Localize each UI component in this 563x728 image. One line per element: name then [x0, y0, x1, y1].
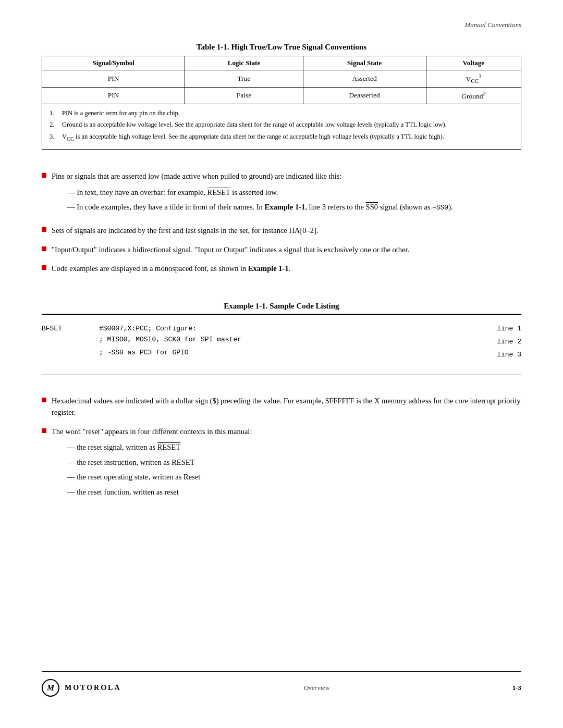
footnote-2-num: 2.	[50, 120, 59, 130]
table-caption-text: High True/Low True Signal Conventions	[229, 43, 367, 51]
code-instruction: ; ~SS0 as PC3 for GPIO	[99, 349, 189, 356]
footnote-1: 1. PIN is a generic term for any pin on …	[50, 108, 513, 118]
table-container: Table 1-1. High True/Low True Signal Con…	[42, 43, 521, 150]
bullet-icon	[42, 173, 46, 178]
motorola-logo-text: MOTOROLA	[65, 684, 121, 692]
code-keyword	[42, 336, 83, 343]
page-header: Manual Conventions	[42, 21, 521, 32]
table-row: PIN False Deasserted Ground2	[42, 88, 521, 104]
page-footer: M MOTOROLA Overview 1-3	[42, 671, 521, 697]
row1-signal: PIN	[42, 70, 185, 88]
bullet-content: Sets of signals are indicated by the fir…	[52, 225, 521, 236]
list-item: the reset function, written as reset	[67, 486, 521, 498]
footnote-3: 3. VCC is an acceptable high voltage lev…	[50, 132, 513, 143]
footnotes-cell: 1. PIN is a generic term for any pin on …	[42, 104, 521, 150]
footnotes-row: 1. PIN is a generic term for any pin on …	[42, 104, 521, 150]
bullet-content: Code examples are displayed in a monospa…	[52, 263, 521, 274]
bullet-icon	[42, 227, 46, 232]
dash-text: the reset function, written as reset	[77, 488, 179, 496]
bullet-content: Pins or signals that are asserted low (m…	[52, 170, 521, 217]
code-listing: BFSET #$0007,X:PCC; Configure: line 1 ; …	[42, 323, 521, 360]
example-ref: Example 1-1	[265, 203, 305, 211]
footer-page-number: 1-3	[512, 684, 521, 692]
list-item: Pins or signals that are asserted low (m…	[42, 170, 521, 217]
row2-signal: PIN	[42, 88, 185, 104]
col-logic-state: Logic State	[185, 56, 303, 70]
bullet-text: Code examples are displayed in a monospa…	[52, 264, 290, 273]
footnote-1-text: PIN is a generic term for any pin on the…	[62, 108, 180, 118]
motorola-logo-circle: M	[42, 679, 59, 697]
row1-voltage: VCC3	[426, 70, 521, 88]
footer-center-text: Overview	[304, 684, 330, 692]
list-item: Code examples are displayed in a monospa…	[42, 263, 521, 274]
footnote-3-text: VCC is an acceptable high voltage level.…	[62, 132, 444, 143]
code-row: ; MISO0, MOSI0, SCK0 for SPI master line…	[42, 334, 521, 347]
bullet-content: The word "reset" appears in four differe…	[52, 426, 521, 502]
code-instruction: #$0007,X:PCC; Configure:	[99, 325, 197, 332]
code-keyword: BFSET	[42, 325, 83, 332]
code-line-num: line 2	[497, 338, 521, 346]
page: Manual Conventions Table 1-1. High True/…	[0, 0, 563, 728]
code-instruction: ; MISO0, MOSI0, SCK0 for SPI master	[99, 336, 241, 343]
code-line-num: line 1	[497, 325, 521, 332]
list-item: The word "reset" appears in four differe…	[42, 426, 521, 502]
overline-reset: RESET	[207, 188, 230, 196]
bullet-list-2: Hexadecimal values are indicated with a …	[42, 395, 521, 509]
col-signal-state: Signal State	[303, 56, 426, 70]
row2-logic: False	[185, 88, 303, 104]
list-item: In code examples, they have a tilde in f…	[67, 201, 521, 213]
list-item: In text, they have an overbar: for examp…	[67, 187, 521, 198]
motorola-logo-letter: M	[47, 683, 54, 693]
code-row-left: ; ~SS0 as PC3 for GPIO	[42, 349, 189, 356]
row1-voltage-sup: 3	[479, 73, 481, 79]
footnote-2-text: Ground is an acceptable low voltage leve…	[62, 120, 447, 130]
table-header-row: Signal/Symbol Logic State Signal State V…	[42, 56, 521, 70]
col-signal-symbol: Signal/Symbol	[42, 56, 185, 70]
bullet-icon	[42, 265, 46, 270]
bullet-icon	[42, 428, 46, 433]
list-item: Hexadecimal values are indicated with a …	[42, 395, 521, 418]
overline-ss0: SS0	[366, 203, 378, 211]
list-item: the reset instruction, written as RESET	[67, 456, 521, 468]
footnote-2: 2. Ground is an acceptable low voltage l…	[50, 120, 513, 130]
bullet-text: Hexadecimal values are indicated with a …	[52, 397, 521, 416]
dash-text: the reset signal, written as RESET	[77, 443, 180, 451]
code-section: BFSET #$0007,X:PCC; Configure: line 1 ; …	[42, 323, 521, 375]
bullet-text: Sets of signals are indicated by the fir…	[52, 226, 318, 235]
signal-table: Signal/Symbol Logic State Signal State V…	[42, 56, 521, 150]
row2-voltage-sup: 2	[483, 91, 485, 96]
footnote-3-num: 3.	[50, 132, 59, 143]
row2-state: Deasserted	[303, 88, 426, 104]
list-item: Sets of signals are indicated by the fir…	[42, 225, 521, 236]
example-ref-2: Example 1-1	[248, 264, 289, 273]
bullet-text: "Input/Output" indicates a bidirectional…	[52, 245, 409, 254]
bullet-content: "Input/Output" indicates a bidirectional…	[52, 244, 521, 255]
example-heading: Example 1-1. Sample Code Listing	[42, 302, 521, 315]
dash-list-2: the reset signal, written as RESET the r…	[67, 441, 521, 498]
list-item: the reset operating state, written as Re…	[67, 471, 521, 483]
row1-logic: True	[185, 70, 303, 88]
dash-text: the reset operating state, written as Re…	[77, 473, 200, 481]
row1-state: Asserted	[303, 70, 426, 88]
list-item: the reset signal, written as RESET	[67, 441, 521, 453]
vcc-sub: CC	[67, 136, 74, 142]
bullet-icon	[42, 246, 46, 251]
code-tilde-ss0: ~SS0	[432, 204, 448, 212]
code-row: ; ~SS0 as PC3 for GPIO line 3	[42, 347, 521, 360]
dash-text: In code examples, they have a tilde in f…	[77, 203, 452, 211]
row1-voltage-sub: CC	[471, 78, 479, 84]
dash-text: In text, they have an overbar: for examp…	[77, 188, 278, 196]
code-keyword	[42, 349, 83, 356]
bullet-content: Hexadecimal values are indicated with a …	[52, 395, 521, 418]
bullet-icon	[42, 398, 46, 402]
dash-list: In text, they have an overbar: for examp…	[67, 187, 521, 214]
bullet-text: Pins or signals that are asserted low (m…	[52, 172, 341, 180]
col-voltage: Voltage	[426, 56, 521, 70]
code-row-left: ; MISO0, MOSI0, SCK0 for SPI master	[42, 336, 241, 343]
bullet-list-1: Pins or signals that are asserted low (m…	[42, 170, 521, 281]
list-item: "Input/Output" indicates a bidirectional…	[42, 244, 521, 255]
header-title: Manual Conventions	[464, 21, 521, 29]
table-caption: Table 1-1. High True/Low True Signal Con…	[42, 43, 521, 52]
table-caption-bold: Table 1-1.	[197, 43, 229, 51]
table-row: PIN True Asserted VCC3	[42, 70, 521, 88]
